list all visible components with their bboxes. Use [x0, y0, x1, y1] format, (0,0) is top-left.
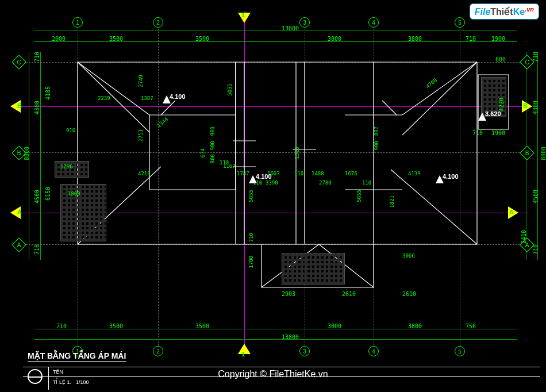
dim: 710 — [56, 323, 67, 329]
dim: 710 — [34, 52, 40, 62]
elevation-icon — [436, 175, 444, 183]
hatch-tile — [60, 184, 106, 241]
dim: 3000 — [328, 323, 341, 329]
dim: 2749 — [138, 75, 144, 87]
grid-bubble-2-bot: 2 — [153, 346, 163, 356]
dim: 910 — [66, 128, 75, 133]
dim: 887 — [374, 126, 379, 136]
dim: 6150 — [45, 187, 51, 201]
section-mark-a-left: A — [10, 206, 23, 219]
dim: 2903 — [282, 291, 295, 297]
dim: 1900 — [491, 36, 505, 42]
grid-bubble-5-bot: 5 — [455, 346, 465, 356]
dim: 2000 — [52, 36, 66, 42]
dim: 900 — [210, 141, 216, 150]
dim: 1290 — [60, 164, 73, 170]
dim: 2751 — [138, 129, 144, 142]
dim: 2610 — [342, 291, 356, 297]
dim: 2610 — [402, 291, 416, 297]
dim: 3390 — [266, 180, 278, 186]
section-mark-b-left: B — [10, 100, 23, 113]
watermark-logo: FileThiếtKe.vn — [470, 3, 539, 20]
dim: 710 — [532, 244, 539, 255]
dim-overall: 8800 — [540, 147, 546, 160]
dim: 4300 — [532, 101, 539, 114]
grid-bubble-3-bot: 3 — [299, 346, 310, 356]
dim: 1167 — [223, 163, 236, 169]
elevation-mark: 3.620 — [485, 110, 501, 117]
dim: 1488 — [312, 171, 324, 176]
dim: 674 — [200, 148, 206, 157]
dim: 900 — [210, 126, 216, 136]
dim: 1821 — [389, 195, 395, 208]
elevation-icon — [163, 95, 171, 103]
dim: 3800 — [408, 323, 422, 329]
titleblock-name-label: TÊN — [53, 369, 63, 375]
dim: 1676 — [345, 171, 357, 176]
grid-bubble-5-top: 5 — [455, 17, 465, 28]
dim: 4220 — [498, 98, 505, 112]
grid-bubble-3-top: 3 — [299, 17, 310, 28]
titleblock-rule — [23, 367, 540, 367]
titleblock-rule — [48, 367, 49, 390]
dim: 3500 — [109, 36, 123, 42]
dim: 110 — [362, 180, 371, 186]
grid-bubble-4-bot: 4 — [368, 346, 379, 356]
dim: 710 — [472, 130, 483, 136]
section-mark-a-right: A — [508, 206, 521, 219]
section-mark-1-bot: 1 — [238, 344, 251, 356]
dim: 4185 — [45, 86, 51, 100]
north-symbol — [28, 369, 43, 384]
dim: 600 — [495, 56, 506, 63]
dim: 2780 — [319, 180, 332, 186]
dim: 5035 — [227, 83, 233, 96]
svg-marker-0 — [163, 95, 171, 103]
watermark-copyright: Copyright © FileThietKe.vn — [218, 369, 328, 379]
svg-marker-2 — [436, 175, 444, 183]
svg-marker-3 — [478, 113, 486, 121]
grid-bubble-2-top: 2 — [153, 17, 163, 28]
dim: 4139 — [408, 171, 421, 176]
titleblock-scale-label: TỈ LỆ 1. — [53, 379, 71, 385]
grid-bubble-1-top: 1 — [72, 17, 83, 28]
dim: 4500 — [532, 190, 539, 203]
dim: 3000 — [328, 36, 341, 42]
dim: 3500 — [195, 36, 209, 42]
titleblock-scale-value: 1/100 — [76, 379, 89, 385]
dim: 800 — [210, 154, 216, 163]
dim: 1520 — [294, 147, 300, 159]
dim: 756 — [466, 323, 476, 329]
dim-extent-bottom-overall — [34, 339, 517, 340]
dim: 2410 — [521, 230, 527, 244]
grid-bubble-4-top: 4 — [368, 17, 379, 28]
dim: 3500 — [109, 323, 123, 329]
dim: 3066 — [402, 253, 415, 259]
dim: 110 — [294, 171, 303, 176]
dim: 1787 — [237, 171, 249, 176]
drawing-title: MẶT BẰNG TẦNG ÁP MÁI — [28, 351, 126, 360]
elevation-icon — [478, 113, 486, 121]
dim: 4500 — [34, 190, 40, 203]
dim-overall: 8800 — [24, 147, 30, 160]
dim: 1800 — [68, 191, 80, 197]
dim: 4210 — [138, 171, 151, 176]
dim: 900 — [374, 141, 379, 150]
dim: 710 — [532, 52, 539, 62]
elevation-mark: 4.100 — [256, 173, 272, 180]
dim: 4300 — [34, 101, 40, 114]
elevation-icon — [249, 175, 257, 183]
dim-overall: 13800 — [282, 334, 299, 340]
dim: 5055 — [356, 190, 362, 202]
dim: 2239 — [98, 95, 110, 101]
dim: 710 — [248, 233, 254, 242]
dim: 1700 — [248, 256, 254, 268]
section-mark-1-top: 1 — [238, 13, 251, 25]
dim: 3800 — [408, 36, 422, 42]
dim: 3500 — [195, 323, 209, 329]
dim: 710 — [466, 36, 476, 42]
svg-marker-1 — [249, 175, 257, 183]
dim-overall: 13800 — [282, 25, 299, 32]
dim: 1900 — [491, 130, 505, 136]
dim-extent-bottom — [34, 329, 517, 329]
dim: 1387 — [141, 95, 153, 101]
